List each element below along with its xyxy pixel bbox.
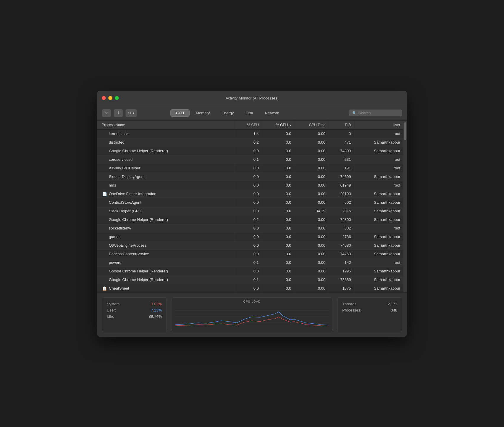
process-name-cell: Google Chrome Helper (Renderer) [97,216,235,224]
search-bar[interactable]: 🔍 [349,110,402,116]
tab-disk[interactable]: Disk [240,109,259,117]
process-pid-cell: 191 [329,164,354,172]
minimize-button[interactable] [108,96,112,100]
process-gpu-time-cell: 0.00 [294,155,329,164]
table-header-row: Process Name % CPU % GPU ▾ GPU Time PID … [97,121,403,130]
col-header-process-name[interactable]: Process Name [97,121,235,130]
empty-icon [102,166,107,171]
close-process-button[interactable]: ✕ [102,109,111,117]
info-button[interactable]: ℹ [114,109,123,117]
process-user-cell: Samarthkabbur [354,138,403,147]
empty-icon [102,243,107,248]
table-row[interactable]: AirPlayXPCHelper 0.0 0.0 0.00 191 root [97,164,403,172]
process-cpu-cell: 0.0 [235,164,262,172]
table-row[interactable]: powerd 0.1 0.0 0.00 142 root [97,258,403,267]
process-cpu-cell: 0.0 [235,207,262,215]
tab-cpu[interactable]: CPU [170,109,190,117]
process-name-cell: coreservicesd [97,155,235,164]
process-gpu-time-cell: 0.00 [294,172,329,181]
process-pid-cell: 502 [329,198,354,207]
process-cpu-cell: 0.0 [235,284,262,292]
idle-value: 89.74% [149,314,162,319]
cpu-chart-box: CPU LOAD [172,297,332,332]
process-name: OneDrive Finder Integration [109,192,156,196]
empty-icon [102,157,107,162]
process-pid-cell: 471 [329,138,354,147]
process-name: gamed [109,235,121,239]
process-name: mds [109,183,116,187]
process-name: Google Chrome Helper (Renderer) [109,217,168,222]
close-button[interactable] [102,96,106,100]
tab-network[interactable]: Network [259,109,285,117]
activity-monitor-window: Activity Monitor (All Processes) ✕ ℹ ⚙ ▾… [97,90,407,337]
process-gpu-time-cell: 0.00 [294,138,329,147]
col-header-pid[interactable]: PID [329,121,354,130]
col-header-user[interactable]: User [354,121,403,130]
table-row[interactable]: Google Chrome Helper (Renderer) 0.0 0.0 … [97,147,403,155]
table-row[interactable]: kernel_task 1.4 0.0 0.00 0 root [97,129,403,138]
toolbar: ✕ ℹ ⚙ ▾ CPU Memory Energy Disk Network 🔍 [97,106,407,121]
scrollbar-thumb[interactable] [404,122,406,140]
table-scroll-area: Process Name % CPU % GPU ▾ GPU Time PID … [97,121,407,292]
threads-value: 2,171 [387,302,397,306]
process-name: CheatSheet [109,286,129,290]
col-header-cpu[interactable]: % CPU [235,121,262,130]
process-pid-cell: 74609 [329,172,354,181]
process-cpu-cell: 0.0 [235,267,262,275]
scrollbar[interactable] [403,121,407,292]
table-row[interactable]: socketfilterfw 0.0 0.0 0.00 302 root [97,224,403,232]
table-row[interactable]: Google Chrome Helper (Renderer) 0.1 0.0 … [97,275,403,284]
table-row[interactable]: ContextStoreAgent 0.0 0.0 0.00 502 Samar… [97,198,403,207]
table-row[interactable]: coreservicesd 0.1 0.0 0.00 231 root [97,155,403,164]
process-user-cell: Samarthkabbur [354,215,403,224]
process-user-cell: Samarthkabbur [354,241,403,250]
process-name: coreservicesd [109,157,133,162]
user-stat-row: User: 7.23% [107,308,162,312]
process-table-body: kernel_task 1.4 0.0 0.00 0 root distnote… [97,129,403,292]
process-pid-cell: 231 [329,155,354,164]
table-row[interactable]: mds 0.0 0.0 0.00 61949 root [97,181,403,190]
process-name-cell: distnoted [97,138,235,147]
table-row[interactable]: gamed 0.0 0.0 0.00 2786 Samarthkabbur [97,232,403,241]
table-row[interactable]: Google Chrome Helper (Renderer) 0.0 0.0 … [97,267,403,275]
process-name-cell: PodcastContentService [97,250,235,258]
table-row[interactable]: Google Chrome Helper (Renderer) 0.2 0.0 … [97,215,403,224]
table-row[interactable]: distnoted 0.2 0.0 0.00 471 Samarthkabbur [97,138,403,147]
empty-icon [102,277,107,282]
tab-memory[interactable]: Memory [190,109,215,117]
col-header-gpu[interactable]: % GPU ▾ [262,121,294,130]
process-user-cell: root [354,224,403,232]
table-row[interactable]: PodcastContentService 0.0 0.0 0.00 74760… [97,250,403,258]
tab-energy[interactable]: Energy [216,109,239,117]
process-table: Process Name % CPU % GPU ▾ GPU Time PID … [97,121,403,292]
process-gpu-cell: 0.0 [262,181,294,190]
process-gpu-cell: 0.0 [262,250,294,258]
process-cpu-cell: 0.0 [235,172,262,181]
table-row[interactable]: Slack Helper (GPU) 0.0 0.0 34.19 2315 Sa… [97,207,403,215]
process-name-cell: Google Chrome Helper (Renderer) [97,147,235,155]
table-row[interactable]: QtWebEngineProcess 0.0 0.0 0.00 74680 Sa… [97,241,403,250]
threads-label: Threads: [342,302,357,306]
process-cpu-cell: 0.0 [235,241,262,250]
empty-icon [102,234,107,240]
table-row[interactable]: SidecarDisplayAgent 0.0 0.0 0.00 74609 S… [97,172,403,181]
process-name-cell: gamed [97,233,235,241]
gear-menu-button[interactable]: ⚙ ▾ [125,109,137,117]
process-cpu-cell: 0.0 [235,147,262,155]
table-row[interactable]: 📋CheatSheet 0.0 0.0 0.00 1875 Samarthkab… [97,284,403,292]
process-gpu-time-cell: 0.00 [294,215,329,224]
maximize-button[interactable] [115,96,119,100]
table-wrapper[interactable]: Process Name % CPU % GPU ▾ GPU Time PID … [97,121,403,292]
chart-title: CPU LOAD [175,300,329,303]
process-name-cell: 📋CheatSheet [97,284,235,292]
process-name: Google Chrome Helper (Renderer) [109,269,168,273]
table-row[interactable]: 📄OneDrive Finder Integration 0.0 0.0 0.0… [97,190,403,198]
process-gpu-cell: 0.0 [262,241,294,250]
col-header-gpu-time[interactable]: GPU Time [294,121,329,130]
search-input[interactable] [358,111,399,115]
search-icon: 🔍 [352,111,357,115]
process-pid-cell: 1995 [329,267,354,275]
process-user-cell: Samarthkabbur [354,232,403,241]
process-gpu-cell: 0.0 [262,198,294,207]
process-name-cell: powerd [97,259,235,267]
